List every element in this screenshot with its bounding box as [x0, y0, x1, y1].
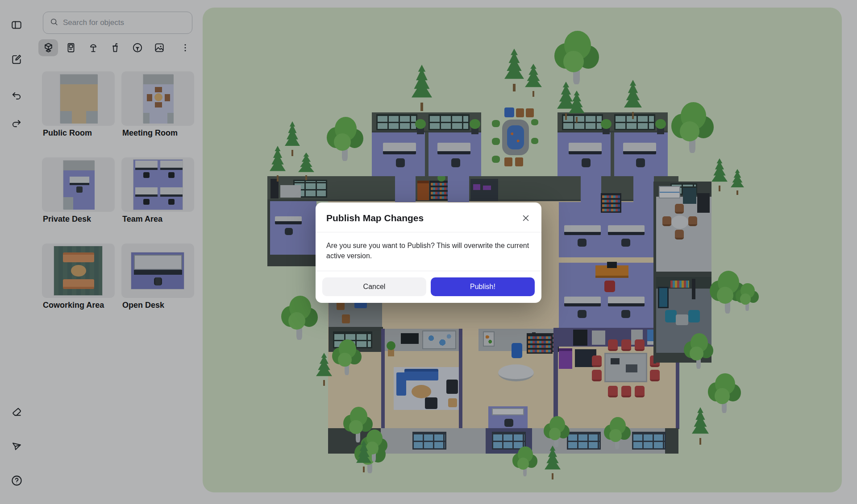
cancel-button[interactable]: Cancel [322, 277, 426, 296]
dialog-message: Are you sure you want to Publish? This w… [316, 232, 541, 271]
dialog-title: Publish Map Changes [326, 213, 424, 223]
close-icon[interactable] [520, 212, 532, 224]
publish-button[interactable]: Publish! [431, 277, 535, 296]
publish-dialog: Publish Map Changes Are you sure you wan… [316, 202, 541, 303]
